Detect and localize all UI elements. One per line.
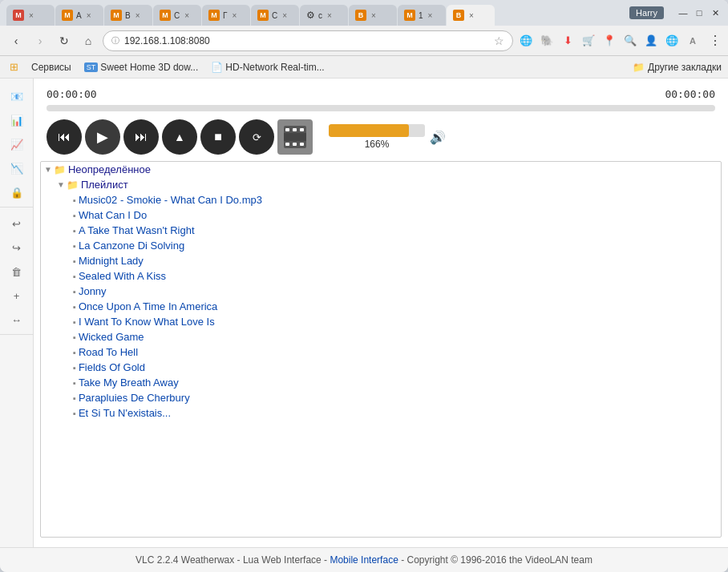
list-item[interactable]: ▪ Parapluies De Cherbury	[41, 390, 721, 405]
list-item[interactable]: ▪ I Want To Know What Love Is	[41, 314, 721, 329]
list-item[interactable]: ▪ Once Upon A Time In America	[41, 299, 721, 314]
list-item[interactable]: ▪ A Take That Wasn't Right	[41, 223, 721, 238]
item-label-4: Midnight Lady	[79, 255, 144, 267]
sidebar-btn-1[interactable]: 📧	[4, 85, 30, 107]
tab-mg[interactable]: М Г ×	[202, 5, 250, 26]
play-button[interactable]: ▶	[85, 119, 120, 155]
download-icon[interactable]: ⬇	[560, 33, 576, 49]
refresh-button[interactable]: ↻	[55, 31, 74, 50]
list-item[interactable]: ▪ What Can I Do	[41, 207, 721, 223]
sweet-home-icon: ST	[84, 62, 99, 72]
tab-close-ma[interactable]: ×	[87, 11, 91, 20]
loop-button[interactable]: ⟳	[239, 119, 274, 155]
bookmark-hd-network[interactable]: 📄 HD-Network Real-tim...	[208, 60, 327, 75]
back-button[interactable]: ‹	[6, 31, 26, 50]
list-item[interactable]: ▪ Sealed With A Kiss	[41, 268, 721, 284]
list-item[interactable]: ▪ Fields Of Gold	[41, 360, 721, 375]
tab-settings[interactable]: ⚙ с ×	[300, 5, 348, 26]
tab-close-mg[interactable]: ×	[232, 11, 237, 20]
sidebar-nav-btn-1[interactable]: ↩	[4, 212, 30, 235]
tab-icon-gmail: М	[13, 10, 24, 21]
evernote-icon[interactable]: 🐘	[539, 33, 555, 49]
mobile-interface-link[interactable]: Mobile Interface	[330, 554, 398, 566]
maximize-button[interactable]: □	[693, 6, 706, 19]
list-item[interactable]: ▪ Wicked Game	[41, 329, 721, 344]
list-item[interactable]: ▪ Take My Breath Away	[41, 375, 721, 390]
item-icon-3: ▪	[73, 241, 76, 251]
list-item[interactable]: ▪ Et Si Tu N'existais...	[41, 405, 721, 421]
sidebar-nav-btn-5[interactable]: ↔	[4, 308, 30, 331]
progress-bar-container[interactable]	[40, 103, 722, 116]
sidebar-nav-btn-2[interactable]: ↪	[4, 236, 30, 259]
sidebar-btn-4[interactable]: 📉	[4, 157, 30, 179]
item-label-1: What Can I Do	[79, 209, 147, 221]
globe-icon[interactable]: 🌐	[664, 33, 680, 49]
sidebar-btn-3[interactable]: 📈	[4, 133, 30, 155]
tab-close-settings[interactable]: ×	[327, 11, 332, 20]
item-icon-10: ▪	[73, 348, 76, 357]
location-icon[interactable]: 📍	[601, 33, 617, 49]
tab-close-gmail[interactable]: ×	[29, 11, 34, 20]
other-bookmarks-label[interactable]: Другие закладки	[648, 62, 722, 73]
translate-icon[interactable]: 🌐	[518, 33, 534, 49]
address-bar[interactable]: ⓘ 192.168.1.108:8080 ☆	[103, 30, 513, 51]
star-icon[interactable]: ☆	[494, 34, 504, 47]
zoom-icon[interactable]: 🔍	[622, 33, 638, 49]
sidebar-nav-btn-4[interactable]: +	[4, 284, 30, 307]
user-icon[interactable]: 👤	[643, 33, 659, 49]
tab-close-1[interactable]: ×	[428, 11, 433, 20]
tree-root[interactable]: ▼ 📁 Неопределённое	[41, 162, 721, 177]
home-button[interactable]: ⌂	[79, 31, 98, 50]
cart-icon[interactable]: 🛒	[580, 33, 597, 49]
close-button[interactable]: ✕	[709, 6, 722, 19]
list-item[interactable]: ▪ La Canzone Di Solving	[41, 238, 721, 253]
tab-icon-ma: М	[62, 10, 73, 21]
forward-button[interactable]: ›	[30, 31, 50, 50]
minimize-button[interactable]: —	[677, 6, 690, 19]
list-item[interactable]: ▪ Midnight Lady	[41, 253, 721, 268]
stop-button[interactable]: ■	[200, 119, 236, 155]
volume-section: 166% 🔊	[329, 124, 446, 150]
sidebar-group-1: 📧 📊 📈 📉 🔒	[0, 82, 33, 207]
tab-close-mb[interactable]: ×	[135, 11, 140, 20]
playlist-section[interactable]: ▼ 📁 Неопределённое ▼ 📁 Плейлист ▪ Music0…	[40, 161, 722, 538]
speaker-icon[interactable]: 🔊	[430, 130, 446, 145]
tab-mb[interactable]: М В ×	[104, 5, 152, 26]
eject-button[interactable]: ▲	[162, 119, 197, 155]
bookmark-servisy[interactable]: Сервисы	[28, 60, 75, 75]
bookmark-sweet-home[interactable]: ST Sweet Home 3D dow...	[81, 60, 202, 75]
address-icons: ☆	[494, 34, 504, 47]
tab-1[interactable]: М 1 ×	[398, 5, 446, 26]
tab-icon-active: В	[453, 10, 464, 21]
tab-close-vlc-b[interactable]: ×	[371, 11, 376, 20]
list-item[interactable]: ▪ Music02 - Smokie - What Can I Do.mp3	[41, 192, 721, 207]
next-button[interactable]: ⏭	[123, 119, 159, 155]
nav-extra-icons: 🌐 🐘 ⬇ 🛒 📍 🔍 👤 🌐 A	[518, 33, 701, 49]
tab-close-active[interactable]: ×	[469, 11, 474, 20]
sidebar-btn-5[interactable]: 🔒	[4, 181, 30, 203]
item-label-3: La Canzone Di Solving	[79, 240, 184, 252]
nav-more-button[interactable]: ⋮	[709, 33, 722, 48]
tab-close-ms[interactable]: ×	[184, 11, 189, 20]
tab-ms2[interactable]: М С ×	[251, 5, 299, 26]
font-icon[interactable]: A	[685, 33, 701, 49]
tab-ma[interactable]: М А ×	[55, 5, 103, 26]
browser-window: М × М А × М В × М С × М Г ×	[0, 0, 728, 572]
tab-vlc-b[interactable]: В ×	[349, 5, 397, 26]
tab-close-ms2[interactable]: ×	[282, 11, 287, 20]
tree-playlist-folder[interactable]: ▼ 📁 Плейлист	[41, 177, 721, 192]
tab-active[interactable]: В ×	[447, 5, 495, 26]
tab-ms[interactable]: М С ×	[153, 5, 201, 26]
volume-bar-bg[interactable]	[329, 124, 425, 137]
sidebar-nav-btn-3[interactable]: 🗑	[4, 260, 30, 283]
list-item[interactable]: ▪ Jonny	[41, 284, 721, 299]
item-icon-0: ▪	[73, 195, 76, 205]
tab-gmail[interactable]: М ×	[6, 5, 55, 26]
controls-row: ⏮ ▶ ⏭ ▲ ■ ⟳	[40, 116, 722, 158]
bookmark-apps[interactable]: ⊞	[6, 59, 22, 75]
prev-button[interactable]: ⏮	[47, 119, 82, 155]
list-item[interactable]: ▪ Road To Hell	[41, 344, 721, 360]
item-label-5: Sealed With A Kiss	[79, 270, 166, 282]
window-controls: — □ ✕	[677, 6, 722, 19]
sidebar-btn-2[interactable]: 📊	[4, 109, 30, 131]
